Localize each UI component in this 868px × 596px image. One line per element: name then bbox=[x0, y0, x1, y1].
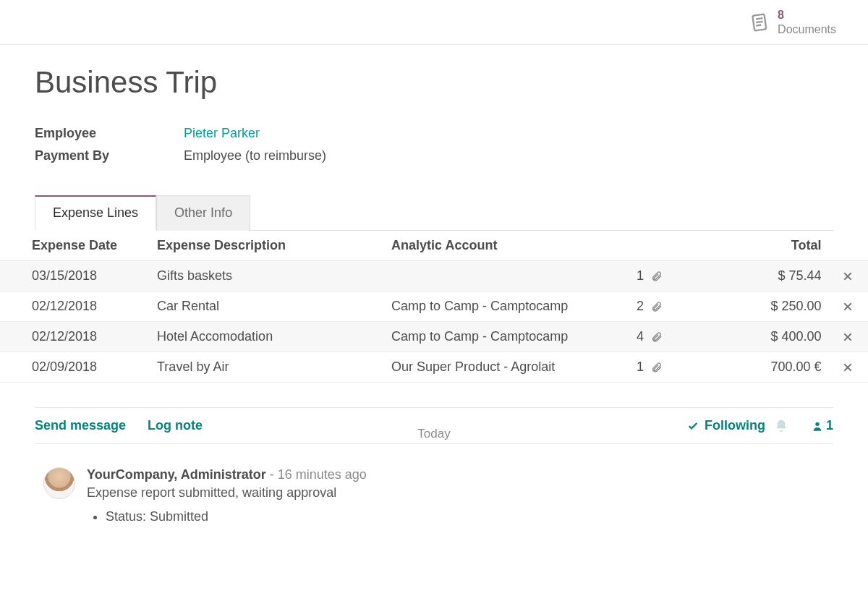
paperclip-icon[interactable] bbox=[651, 359, 663, 374]
paperclip-icon[interactable] bbox=[651, 299, 663, 313]
topbar: 8 Documents bbox=[0, 0, 868, 45]
form-sheet: Business Trip Employee Pieter Parker Pay… bbox=[0, 45, 868, 527]
close-icon[interactable] bbox=[842, 359, 854, 374]
payment-value: Employee (to reimburse) bbox=[184, 148, 326, 163]
message-time: - 16 minutes ago bbox=[270, 467, 367, 482]
close-icon[interactable] bbox=[842, 268, 854, 283]
check-icon bbox=[687, 418, 699, 433]
record-title: Business Trip bbox=[35, 65, 833, 100]
thread-divider-label: Today bbox=[407, 427, 460, 440]
cell-acct bbox=[386, 261, 620, 291]
table-row[interactable]: 02/12/2018Car RentalCamp to Camp - Campt… bbox=[0, 291, 868, 322]
thread-divider: Today bbox=[35, 435, 833, 450]
col-header-delete bbox=[827, 231, 869, 261]
cell-date: 02/09/2018 bbox=[0, 352, 151, 383]
cell-acct: Camp to Camp - Camptocamp bbox=[386, 322, 620, 352]
cell-desc: Gifts baskets bbox=[151, 261, 386, 291]
paperclip-icon[interactable] bbox=[651, 268, 663, 283]
send-message-button[interactable]: Send message bbox=[35, 418, 126, 433]
message-tracking-list: Status: Submitted bbox=[106, 509, 367, 524]
cell-date: 02/12/2018 bbox=[0, 291, 151, 322]
cell-desc: Hotel Accomodation bbox=[151, 322, 386, 352]
close-icon[interactable] bbox=[842, 299, 854, 313]
cell-delete[interactable] bbox=[827, 352, 869, 383]
col-header-desc[interactable]: Expense Description bbox=[151, 231, 386, 261]
documents-icon bbox=[750, 12, 770, 33]
close-icon[interactable] bbox=[842, 329, 854, 344]
employee-value[interactable]: Pieter Parker bbox=[184, 126, 260, 141]
documents-label: Documents bbox=[778, 22, 836, 36]
documents-count: 8 bbox=[778, 8, 836, 22]
cell-date: 02/12/2018 bbox=[0, 322, 151, 352]
message: YourCompany, Administrator - 16 minutes … bbox=[35, 456, 833, 527]
tab-expense-lines[interactable]: Expense Lines bbox=[35, 195, 156, 231]
tab-other-info[interactable]: Other Info bbox=[156, 195, 250, 231]
tracking-item: Status: Submitted bbox=[106, 509, 367, 524]
svg-line-1 bbox=[756, 18, 762, 19]
log-note-button[interactable]: Log note bbox=[148, 418, 203, 433]
payment-label: Payment By bbox=[35, 148, 184, 163]
svg-point-12 bbox=[815, 422, 819, 426]
col-header-attachments bbox=[620, 231, 668, 261]
cell-delete[interactable] bbox=[827, 261, 869, 291]
cell-attachments[interactable]: 2 bbox=[620, 291, 668, 322]
col-header-total[interactable]: Total bbox=[668, 231, 827, 261]
cell-total: $ 75.44 bbox=[668, 261, 827, 291]
documents-button[interactable]: 8 Documents bbox=[750, 8, 836, 35]
field-payment: Payment By Employee (to reimburse) bbox=[35, 148, 833, 163]
col-header-date[interactable]: Expense Date bbox=[0, 231, 151, 261]
cell-attachments[interactable]: 1 bbox=[620, 352, 668, 383]
tabs: Expense Lines Other Info bbox=[35, 195, 833, 231]
col-header-acct[interactable]: Analytic Account bbox=[386, 231, 620, 261]
cell-total: $ 400.00 bbox=[668, 322, 827, 352]
cell-total: $ 250.00 bbox=[668, 291, 827, 322]
svg-line-2 bbox=[756, 21, 762, 22]
cell-delete[interactable] bbox=[827, 291, 869, 322]
cell-desc: Car Rental bbox=[151, 291, 386, 322]
paperclip-icon[interactable] bbox=[651, 329, 663, 344]
expense-lines-table: Expense Date Expense Description Analyti… bbox=[0, 231, 868, 383]
cell-delete[interactable] bbox=[827, 322, 869, 352]
avatar[interactable] bbox=[43, 467, 75, 499]
table-row[interactable]: 02/09/2018Travel by AirOur Super Product… bbox=[0, 352, 868, 383]
field-employee: Employee Pieter Parker bbox=[35, 126, 833, 141]
cell-attachments[interactable]: 4 bbox=[620, 322, 668, 352]
message-body: Expense report submitted, waiting approv… bbox=[87, 485, 367, 501]
employee-label: Employee bbox=[35, 126, 184, 141]
person-icon bbox=[812, 418, 823, 433]
cell-attachments[interactable]: 1 bbox=[620, 261, 668, 291]
table-row[interactable]: 02/12/2018Hotel AccomodationCamp to Camp… bbox=[0, 322, 868, 352]
following-button[interactable]: Following bbox=[687, 418, 765, 433]
table-row[interactable]: 03/15/2018Gifts baskets1 $ 75.44 bbox=[0, 261, 868, 291]
followers-button[interactable]: 1 bbox=[812, 418, 833, 433]
cell-date: 03/15/2018 bbox=[0, 261, 151, 291]
followers-count: 1 bbox=[826, 418, 833, 433]
cell-desc: Travel by Air bbox=[151, 352, 386, 383]
following-label: Following bbox=[705, 418, 765, 433]
svg-line-3 bbox=[756, 25, 761, 25]
message-author[interactable]: YourCompany, Administrator bbox=[87, 467, 266, 482]
cell-acct: Our Super Product - Agrolait bbox=[386, 352, 620, 383]
bell-icon[interactable] bbox=[774, 418, 788, 433]
cell-acct: Camp to Camp - Camptocamp bbox=[386, 291, 620, 322]
cell-total: 700.00 € bbox=[668, 352, 827, 383]
